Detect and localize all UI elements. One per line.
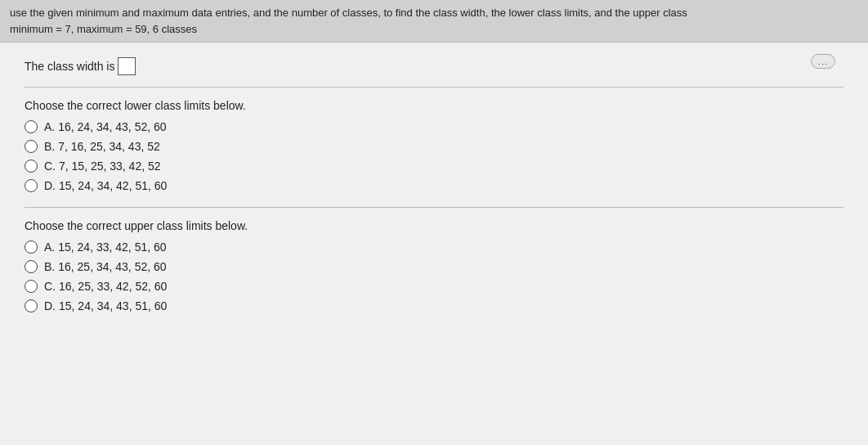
upper-limits-group: Choose the correct upper class limits be… (25, 219, 843, 312)
upper-option-c[interactable]: C. 16, 25, 33, 42, 52, 60 (25, 280, 843, 293)
divider-1 (25, 87, 843, 88)
radio-upper-c[interactable] (25, 280, 38, 293)
lower-letter-b: B. (44, 140, 55, 153)
lower-letter-d: D. (44, 179, 56, 192)
page-container: use the given minimum and maximum data e… (0, 0, 868, 445)
class-width-input[interactable] (118, 57, 136, 75)
radio-lower-a[interactable] (25, 120, 38, 133)
lower-letter-a: A. (44, 120, 55, 133)
lower-limits-label: Choose the correct lower class limits be… (25, 99, 843, 112)
radio-lower-d[interactable] (25, 179, 38, 192)
upper-letter-d: D. (44, 299, 56, 312)
divider-2 (25, 207, 843, 208)
upper-value-b: 16, 25, 34, 43, 52, 60 (58, 260, 166, 273)
radio-upper-d[interactable] (25, 299, 38, 312)
lower-value-a: 16, 24, 34, 43, 52, 60 (58, 120, 166, 133)
radio-upper-b[interactable] (25, 260, 38, 273)
lower-value-c: 7, 15, 25, 33, 42, 52 (59, 160, 161, 173)
upper-option-a[interactable]: A. 15, 24, 33, 42, 51, 60 (25, 240, 843, 254)
upper-value-c: 16, 25, 33, 42, 52, 60 (59, 280, 167, 293)
class-width-row: The class width is (25, 57, 843, 75)
lower-option-c[interactable]: C. 7, 15, 25, 33, 42, 52 (25, 160, 843, 173)
upper-option-b[interactable]: B. 16, 25, 34, 43, 52, 60 (25, 260, 843, 273)
upper-value-d: 15, 24, 34, 43, 51, 60 (59, 299, 167, 312)
lower-option-d[interactable]: D. 15, 24, 34, 42, 51, 60 (25, 179, 843, 192)
content-area: ... The class width is Choose the correc… (0, 43, 868, 342)
class-width-label: The class width is (25, 60, 114, 73)
upper-letter-c: C. (44, 280, 56, 293)
instruction-line1: use the given minimum and maximum data e… (10, 5, 858, 21)
top-bar: use the given minimum and maximum data e… (0, 0, 868, 43)
upper-limits-label: Choose the correct upper class limits be… (25, 219, 843, 232)
lower-letter-c: C. (44, 160, 56, 173)
upper-letter-a: A. (44, 240, 55, 254)
lower-option-a[interactable]: A. 16, 24, 34, 43, 52, 60 (25, 120, 843, 133)
radio-lower-b[interactable] (25, 140, 38, 153)
lower-option-b[interactable]: B. 7, 16, 25, 34, 43, 52 (25, 140, 843, 153)
upper-option-d[interactable]: D. 15, 24, 34, 43, 51, 60 (25, 299, 843, 312)
instruction-line2: minimum = 7, maximum = 59, 6 classes (10, 21, 858, 38)
more-options-button[interactable]: ... (811, 54, 835, 69)
radio-lower-c[interactable] (25, 160, 38, 173)
upper-value-a: 15, 24, 33, 42, 51, 60 (58, 240, 166, 254)
upper-letter-b: B. (44, 260, 55, 273)
lower-limits-group: Choose the correct lower class limits be… (25, 99, 843, 192)
radio-upper-a[interactable] (25, 240, 38, 254)
lower-value-b: 7, 16, 25, 34, 43, 52 (58, 140, 160, 153)
lower-value-d: 15, 24, 34, 42, 51, 60 (59, 179, 167, 192)
